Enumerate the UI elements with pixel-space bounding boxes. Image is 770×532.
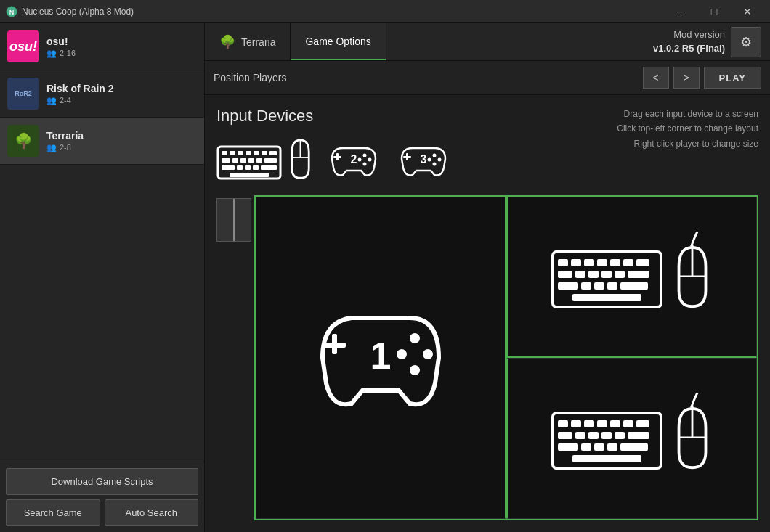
help-line-2: Click top-left corner to change layout [617,121,758,136]
tab-terraria[interactable]: 🌳 Terraria [205,23,291,60]
svg-text:N: N [9,9,15,16]
main-panel: 🌳 Terraria Game Options Mod version v1.0… [205,23,770,532]
game-name-terraria: Terraria [46,130,84,142]
keyboard-device[interactable] [216,141,282,181]
keyboard-large-bottom-icon [551,406,663,471]
mod-version-area: Mod version v1.0.2 R5 (Final) ⚙ [653,27,761,57]
svg-rect-73 [623,420,633,427]
game-players-terraria: 👥 2-8 [46,143,84,152]
svg-rect-55 [588,271,599,278]
kb-mouse-pair-top [551,245,714,310]
game-name-osu: osu! [46,36,76,47]
svg-rect-80 [628,432,649,439]
svg-rect-47 [571,259,581,266]
svg-rect-69 [571,420,581,427]
keyboard-icon [216,141,282,181]
controller3-icon: 3 [394,137,453,181]
next-button[interactable]: > [673,67,700,89]
svg-point-28 [358,158,362,162]
prev-button[interactable]: < [643,67,669,89]
svg-rect-48 [584,259,594,266]
svg-point-26 [363,154,367,157]
svg-point-35 [428,158,431,162]
minimize-button[interactable]: ─ [664,0,697,23]
svg-point-33 [433,154,437,157]
titlebar: N Nucleus Coop (Alpha 8 Mod) ─ □ ✕ [0,0,770,23]
settings-button[interactable]: ⚙ [731,27,761,57]
svg-rect-25 [333,156,341,158]
sidebar-item-terraria[interactable]: 🌳 Terraria 👥 2-8 [0,118,204,165]
svg-rect-14 [256,158,262,163]
svg-rect-83 [594,443,604,451]
svg-rect-58 [628,271,649,278]
svg-rect-21 [230,173,269,177]
auto-search-button[interactable]: Auto Search [105,499,199,526]
controller2-icon: 2 [325,137,383,181]
svg-rect-49 [597,259,607,266]
bottom-buttons-row: Search Game Auto Search [6,499,198,526]
tab-terraria-icon: 🌳 [219,34,235,50]
svg-rect-16 [222,165,235,170]
svg-rect-5 [238,151,243,155]
svg-point-41 [423,349,433,359]
svg-rect-4 [230,151,235,155]
svg-rect-15 [264,158,277,163]
svg-rect-82 [581,443,591,451]
game-list: osu! osu! 👥 2-16 RoR2 Risk of Rain 2 👥 2 [0,23,204,462]
sidebar-item-osu[interactable]: osu! osu! 👥 2-16 [0,23,204,70]
screen-zone-left[interactable]: 1 [256,197,506,519]
svg-rect-51 [623,259,633,266]
layout-indicator[interactable] [216,198,251,242]
svg-rect-32 [403,156,411,158]
svg-rect-20 [261,165,277,170]
sidebar-item-ror2[interactable]: RoR2 Risk of Rain 2 👥 2-4 [0,70,204,118]
svg-rect-76 [575,432,585,439]
svg-rect-52 [636,259,649,266]
window-controls: ─ □ ✕ [664,0,764,23]
game-info-ror2: Risk of Rain 2 👥 2-4 [46,83,114,105]
screen-zone-top-right[interactable] [506,197,757,358]
svg-rect-57 [615,271,625,278]
nav-label: Position Players [214,72,286,83]
svg-rect-63 [620,282,648,290]
controller3-device[interactable]: 3 [394,137,453,181]
svg-rect-59 [558,282,578,290]
controller2-device[interactable]: 2 [325,137,383,181]
play-button[interactable]: PLAY [704,67,761,89]
gear-icon: ⚙ [740,34,752,50]
game-thumb-ror2: RoR2 [7,78,39,110]
svg-rect-78 [601,432,612,439]
svg-rect-50 [610,259,620,266]
screen-area: 1 [216,195,758,520]
mouse-icon [288,139,313,181]
svg-rect-61 [594,282,604,290]
svg-rect-64 [572,294,641,301]
mouse-cord-bottom-right [679,393,701,407]
top-bar: 🌳 Terraria Game Options Mod version v1.0… [205,23,770,61]
help-text: Drag each input device to a screen Click… [617,107,758,151]
screen-zone-bottom-right[interactable] [506,358,757,519]
svg-rect-17 [237,165,243,170]
nav-row: Position Players < > PLAY [205,61,770,95]
close-button[interactable]: ✕ [731,0,764,23]
help-line-1: Drag each input device to a screen [617,107,758,121]
search-game-button[interactable]: Search Game [6,499,100,526]
svg-rect-6 [246,151,251,155]
maximize-button[interactable]: □ [697,0,731,23]
svg-rect-79 [615,432,625,439]
svg-rect-84 [607,443,617,451]
svg-point-42 [397,349,407,359]
game-name-ror2: Risk of Rain 2 [46,83,114,94]
download-scripts-button[interactable]: Download Game Scripts [6,468,198,495]
tab-game-options[interactable]: Game Options [291,23,386,60]
tab-terraria-label: Terraria [241,36,275,48]
svg-rect-60 [581,282,591,290]
game-info-osu: osu! 👥 2-16 [46,36,76,58]
mouse-large-bottom-icon [670,406,714,471]
content-area: Input Devices Drag each input device to … [205,95,770,532]
svg-text:1: 1 [370,335,392,377]
svg-point-29 [363,163,367,166]
mouse-device[interactable] [288,139,313,181]
tabs: 🌳 Terraria Game Options [205,23,386,60]
sidebar: osu! osu! 👥 2-16 RoR2 Risk of Rain 2 👥 2 [0,23,205,532]
